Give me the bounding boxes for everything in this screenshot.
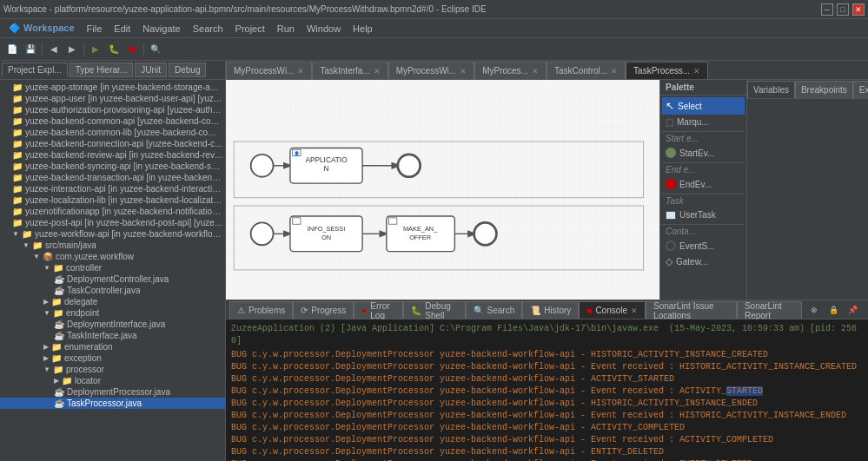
list-item[interactable]: ▶📁delegate [0,296,225,307]
list-item[interactable]: 📁yuzee-post-api [in yuzee-backend-post-a… [0,217,225,228]
tab-myprocesswi-2[interactable]: MyProcessWi... ✕ [388,62,474,79]
tab-taskcontrol[interactable]: TaskControl... ✕ [547,62,626,79]
tab-expressions[interactable]: Expressi... [853,81,868,98]
save-button[interactable]: 💾 [22,41,39,58]
palette-item-marquee[interactable]: ⬚ Marqu... [662,115,745,129]
tab-error-log[interactable]: ● Error Log [354,301,403,319]
list-item[interactable]: 📁yuzee-app-storage [in yuzee-backend-sto… [0,82,225,93]
list-item[interactable]: 📁yuzee-interaction-api [in yuzee-backend… [0,183,225,194]
tab-history[interactable]: 📜 History [522,301,579,319]
list-item[interactable]: ☕DeploymentController.java [0,273,225,285]
tab-taskprocess[interactable]: TaskProcess... ✕ [626,62,708,79]
tab-taskinterface[interactable]: TaskInterfa... ✕ [312,62,388,79]
list-item[interactable]: ▶📁locator [0,375,225,386]
tab-label: TaskInterfa... [320,66,369,76]
close-icon[interactable]: ✕ [611,67,618,76]
tab-project-explorer[interactable]: Project Expl... [2,63,68,77]
palette-item-events[interactable]: EventS... [662,238,745,254]
console-pin-button[interactable]: 📌 [844,301,861,319]
palette-item-startev[interactable]: StartEv... [662,145,745,161]
tab-myprocesswi-1[interactable]: MyProcessWi... ✕ [226,62,312,79]
list-item[interactable]: ▼📦com.yuzee.workflow [0,251,225,262]
list-item[interactable]: ▼📁controller [0,262,225,273]
list-item[interactable]: 📁yuzee-backend-syncing-api [in yuzee-bac… [0,161,225,172]
close-icon[interactable]: ✕ [460,67,467,76]
close-icon[interactable]: ✕ [532,67,539,76]
palette-item-endev[interactable]: EndEv... [662,176,745,192]
scroll-lock-button[interactable]: 🔒 [825,301,842,319]
menu-search[interactable]: Search [188,22,229,36]
close-button[interactable]: ✕ [852,3,865,16]
list-item[interactable]: ▼📁yuzee-workflow-api [in yuzee-backend-w… [0,228,225,240]
menu-project[interactable]: Project [230,22,270,36]
list-item[interactable]: ▶📁exception [0,352,225,364]
menu-window[interactable]: Window [301,22,346,36]
list-item[interactable]: ☕DeploymentInterface.java [0,319,225,330]
clear-console-button[interactable]: ⊗ [805,301,823,319]
menu-file[interactable]: File [82,22,108,36]
menu-navigate[interactable]: Navigate [137,22,185,36]
menu-run[interactable]: Run [272,22,300,36]
close-icon[interactable]: ✕ [297,67,304,76]
search-button[interactable]: 🔍 [147,41,164,58]
console-line: BUG c.y.w.processor.DeploymentProcessor … [231,349,863,361]
list-item[interactable]: ▼📁processor [0,364,225,375]
tab-label: TaskControl... [554,66,607,76]
tab-breakpoints[interactable]: Breakpoints [795,81,853,98]
list-item[interactable]: 📁yuzenotificationapp [in yuzee-backend-n… [0,206,225,217]
list-item[interactable]: 📁yuzee-app-user [in yuzee-backend-user-a… [0,93,225,104]
list-item[interactable]: ☕DeploymentProcessor.java [0,386,225,398]
list-item[interactable]: 📁yuzee-backend-common-api [yuzee-backend… [0,115,225,127]
menu-help[interactable]: Help [348,22,378,36]
new-button[interactable]: 📄 [3,41,21,58]
list-item[interactable]: 📁yuzee-backend-common-lib [yuzee-backend… [0,127,225,138]
minimize-button[interactable]: ─ [821,3,833,16]
palette-label: StartEv... [679,148,714,158]
tab-junit[interactable]: JUnit [135,63,167,77]
tab-search[interactable]: 🔍 Search [466,301,523,319]
list-item[interactable]: ☕TaskController.java [0,285,225,296]
tab-label: SonarLint Report [745,301,794,320]
project-tree[interactable]: 📁yuzee-app-storage [in yuzee-backend-sto… [0,80,225,461]
run-button[interactable]: ▶ [87,41,104,58]
list-item[interactable]: ▼📁src/main/java [0,240,225,251]
stop-button[interactable]: ⏹ [123,41,141,58]
close-icon[interactable]: ✕ [374,67,381,76]
tab-problems[interactable]: ⚠ Problems [229,301,293,319]
tab-console[interactable]: ■ Console ✕ [579,301,646,319]
gateway-icon: ◇ [666,256,673,267]
tab-myproces[interactable]: MyProces... ✕ [474,62,547,79]
palette-item-gateway[interactable]: ◇ Gatew... [662,254,745,270]
list-item[interactable]: ☕TaskInterface.java [0,330,225,341]
palette-item-usertask[interactable]: UserTask [662,207,745,222]
list-item[interactable]: ▶📁enumeration [0,341,225,352]
list-item[interactable]: 📁yuzee-backend-review-api [in yuzee-back… [0,149,225,161]
maximize-button[interactable]: □ [837,3,849,16]
tab-label: SonarLint Issue Locations [653,301,729,320]
tab-variables[interactable]: Variables [747,81,795,98]
close-icon[interactable]: ✕ [631,306,638,315]
console-line: BUG c.y.w.processor.DeploymentProcessor … [231,361,863,373]
list-item[interactable]: 📁yuzee-backend-connection-api [yuzee-bac… [0,138,225,149]
list-item[interactable]: ▼📁endpoint [0,307,225,319]
window-controls[interactable]: ─ □ ✕ [821,3,865,16]
tab-type-hierarchy[interactable]: Type Hierar... [70,63,133,77]
tab-sonarlint-report[interactable]: SonarLint Report [737,301,802,319]
close-icon[interactable]: ✕ [693,67,700,76]
back-button[interactable]: ◀ [45,41,63,58]
tab-sonarlint-locations[interactable]: SonarLint Issue Locations [646,301,737,319]
tab-progress[interactable]: ⟳ Progress [293,301,354,319]
list-item[interactable]: 📁yuzee-localization-lib [in yuzee-backen… [0,194,225,206]
debug-button[interactable]: 🐛 [105,41,123,58]
tab-debug[interactable]: Debug [169,63,206,77]
tab-debug-shell[interactable]: 🐛 Debug Shell [403,301,465,319]
forward-button[interactable]: ▶ [63,41,81,58]
menu-workspace[interactable]: 🔷 Workspace [3,21,80,36]
bpmn-canvas[interactable]: APPLICATIO N 👤 [226,80,659,300]
tab-label: MyProces... [482,66,528,76]
menu-edit[interactable]: Edit [109,22,136,36]
list-item[interactable]: 📁yuzee-backend-transaction-api [in yuzee… [0,172,225,183]
palette-item-select[interactable]: ↖ Select [662,97,745,115]
list-item[interactable]: 📁yuzee-authorization-provisioning-api [y… [0,104,225,115]
list-item-selected[interactable]: ☕TaskProcessor.java [0,398,225,409]
